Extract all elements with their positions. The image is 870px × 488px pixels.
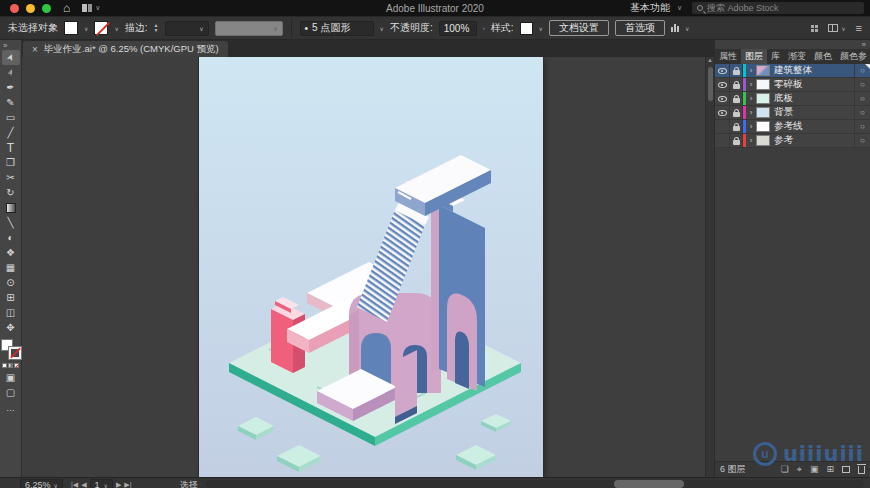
- pasteboard[interactable]: ▲: [22, 57, 714, 477]
- layer-name[interactable]: 参考线: [774, 120, 854, 133]
- stroke-profile-dropdown[interactable]: ∨: [215, 21, 283, 36]
- expand-layer-icon[interactable]: ›: [746, 136, 756, 145]
- type-tool[interactable]: T: [2, 140, 20, 155]
- color-mode-none[interactable]: [14, 363, 19, 368]
- visibility-toggle[interactable]: [715, 120, 730, 133]
- document-tab[interactable]: × 毕业作业.ai* @ 6.25% (CMYK/GPU 预览): [23, 41, 228, 57]
- horizontal-scrollbar[interactable]: [206, 480, 864, 488]
- layer-target-icon[interactable]: ○: [854, 64, 870, 77]
- workspace-switcher[interactable]: 基本功能 ∨: [630, 1, 682, 15]
- layer-row[interactable]: › 参考 ○: [715, 134, 870, 148]
- visibility-toggle[interactable]: [715, 78, 730, 91]
- tab-color-guide[interactable]: 颜色参: [836, 49, 870, 64]
- expand-layer-icon[interactable]: ›: [746, 94, 756, 103]
- fill-color-swatch[interactable]: [64, 21, 78, 35]
- vertical-scroll-thumb[interactable]: [708, 67, 713, 101]
- layer-target-icon[interactable]: ○: [854, 92, 870, 105]
- layer-name[interactable]: 建筑整体: [774, 64, 854, 77]
- previous-artboard-icon[interactable]: ◀: [81, 481, 86, 488]
- opacity-field[interactable]: 100%: [439, 21, 477, 36]
- expand-layer-icon[interactable]: ›: [746, 80, 756, 89]
- horizontal-scroll-thumb[interactable]: [614, 480, 684, 488]
- home-icon[interactable]: ⌂: [63, 2, 70, 14]
- pen-tool[interactable]: ✒: [2, 80, 20, 95]
- last-artboard-icon[interactable]: ▶|: [124, 481, 131, 488]
- zoom-tool[interactable]: ⊙: [2, 275, 20, 290]
- close-tab-icon[interactable]: ×: [32, 44, 38, 55]
- layer-name[interactable]: 参考: [774, 134, 854, 147]
- fill-stroke-indicator[interactable]: [1, 339, 21, 359]
- brush-dropdown[interactable]: • 5 点圆形: [300, 21, 374, 36]
- arrange-documents-button[interactable]: ∨: [828, 24, 845, 32]
- layer-row[interactable]: › 建筑整体 ○: [715, 64, 870, 78]
- zoom-window-button[interactable]: [42, 4, 51, 13]
- layer-row[interactable]: › 底板 ○: [715, 92, 870, 106]
- lock-toggle[interactable]: [730, 92, 743, 105]
- opacity-panel-arrow[interactable]: ›: [483, 25, 485, 31]
- next-artboard-icon[interactable]: ▶: [116, 481, 121, 488]
- rotate-tool[interactable]: ↻: [2, 185, 20, 200]
- symbol-sprayer-tool[interactable]: ❖: [2, 245, 20, 260]
- touch-workspace-icon[interactable]: [811, 25, 818, 32]
- new-layer-icon[interactable]: [842, 466, 850, 473]
- layer-row[interactable]: › 参考线 ○: [715, 120, 870, 134]
- expand-layer-icon[interactable]: ›: [746, 108, 756, 117]
- scroll-up-icon[interactable]: ▲: [706, 57, 714, 63]
- artboard-number-dropdown[interactable]: 1 ∨: [90, 479, 113, 488]
- collect-for-export-icon[interactable]: ❏: [781, 465, 789, 474]
- lock-toggle[interactable]: [730, 106, 743, 119]
- color-mode-gradient[interactable]: [8, 363, 13, 368]
- align-icon[interactable]: [671, 24, 679, 32]
- layer-thumbnail[interactable]: [756, 79, 770, 90]
- shape-builder-tool[interactable]: ◫: [2, 305, 20, 320]
- delete-layer-icon[interactable]: [858, 466, 865, 474]
- search-input[interactable]: 搜索 Adobe Stock: [692, 2, 864, 14]
- visibility-toggle[interactable]: [715, 106, 730, 119]
- hand-tool[interactable]: ✥: [2, 320, 20, 335]
- layer-target-icon[interactable]: ○: [854, 78, 870, 91]
- make-clipping-mask-icon[interactable]: ▣: [810, 465, 819, 474]
- expand-layer-icon[interactable]: ›: [746, 66, 756, 75]
- color-mode-color[interactable]: [2, 363, 7, 368]
- layer-target-icon[interactable]: ○: [854, 106, 870, 119]
- scissors-tool[interactable]: ✂: [2, 170, 20, 185]
- minimize-window-button[interactable]: [26, 4, 35, 13]
- layer-thumbnail[interactable]: [756, 135, 770, 146]
- lock-toggle[interactable]: [730, 134, 743, 147]
- eyedropper-tool[interactable]: ╲: [2, 215, 20, 230]
- zoom-level-dropdown[interactable]: 6.25% ∨: [20, 479, 63, 488]
- artboard-canvas[interactable]: [199, 57, 543, 477]
- new-sublayer-icon[interactable]: ⊞: [826, 465, 834, 474]
- tab-layers[interactable]: 图层: [741, 49, 767, 64]
- line-segment-tool[interactable]: ╱: [2, 125, 20, 140]
- gradient-tool[interactable]: [2, 200, 20, 215]
- tab-libraries[interactable]: 库: [767, 49, 784, 64]
- expand-layer-icon[interactable]: ›: [746, 122, 756, 131]
- lock-toggle[interactable]: [730, 120, 743, 133]
- rectangle-tool[interactable]: ▭: [2, 110, 20, 125]
- control-bar-menu-icon[interactable]: ≡: [856, 22, 862, 34]
- layer-thumbnail[interactable]: [756, 121, 770, 132]
- selection-tool[interactable]: ➤: [2, 50, 20, 65]
- layer-name[interactable]: 背景: [774, 106, 854, 119]
- style-swatch[interactable]: [520, 22, 533, 35]
- layer-target-icon[interactable]: ○: [854, 134, 870, 147]
- screen-mode-icon[interactable]: ▢: [2, 385, 20, 400]
- stroke-weight-field[interactable]: ∨: [165, 21, 209, 36]
- direct-selection-tool[interactable]: ➢: [2, 65, 20, 80]
- lock-toggle[interactable]: [730, 64, 743, 77]
- toolbar-expand-icon[interactable]: »: [3, 42, 7, 50]
- layer-thumbnail[interactable]: [756, 65, 770, 76]
- close-window-button[interactable]: [10, 4, 19, 13]
- vertical-scrollbar[interactable]: ▲: [705, 57, 714, 477]
- edit-toolbar-ellipsis[interactable]: …: [6, 403, 15, 413]
- stroke-indicator-none[interactable]: [9, 347, 21, 359]
- curvature-tool[interactable]: ✎: [2, 95, 20, 110]
- collapse-panels-icon[interactable]: »: [862, 41, 866, 49]
- layer-name[interactable]: 底板: [774, 92, 854, 105]
- document-layout-icon[interactable]: [82, 4, 92, 12]
- blend-tool[interactable]: ◐: [2, 230, 20, 245]
- lock-toggle[interactable]: [730, 78, 743, 91]
- artboard-tool[interactable]: ⊞: [2, 290, 20, 305]
- artboard-frame-tool[interactable]: ❐: [2, 155, 20, 170]
